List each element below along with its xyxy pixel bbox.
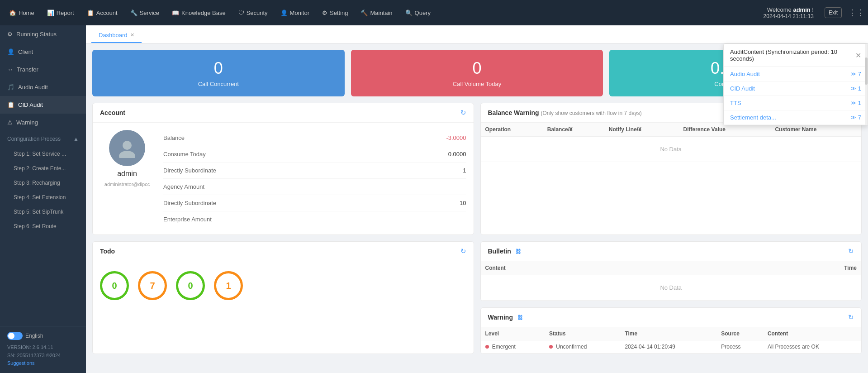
nav-setting[interactable]: ⚙ Setting	[317, 7, 353, 19]
warning-icon: ⚠	[7, 119, 13, 126]
concurrent-label: Call Concurrent	[198, 81, 239, 87]
sidebar-step-5[interactable]: Step 5: Set SipTrunk	[0, 205, 86, 219]
knowledge-icon: 📖	[172, 10, 179, 16]
audit-cid-label[interactable]: CID Audit	[730, 85, 755, 92]
col-status: Status	[545, 327, 620, 340]
nav-maintain[interactable]: 🔨 Maintain	[355, 7, 398, 19]
top-navigation: 🏠 Home 📊 Report 📋 Account 🔧 Service 📖 Kn…	[0, 0, 868, 25]
sn-text: SN: 2055112373 ©2024 Suggestions	[7, 352, 79, 368]
home-icon: 🏠	[9, 10, 16, 16]
nav-account[interactable]: 📋 Account	[81, 7, 123, 19]
warning-link-icon[interactable]: ⛓	[517, 315, 523, 321]
maintain-icon: 🔨	[360, 10, 368, 16]
avatar-email: administrator@dipcc	[104, 182, 150, 187]
avatar-area: admin administrator@dipcc	[100, 130, 154, 187]
col-time: Time	[700, 261, 861, 275]
nav-security[interactable]: 🛡 Security	[233, 7, 273, 19]
exit-button[interactable]: Exit	[825, 7, 842, 18]
field-agency-amount: Agency Amount	[163, 179, 466, 195]
status-dot	[549, 345, 553, 349]
nav-items: 🏠 Home 📊 Report 📋 Account 🔧 Service 📖 Kn…	[4, 7, 764, 19]
level-dot	[485, 345, 489, 349]
language-toggle[interactable]: English	[7, 332, 79, 340]
content-area: Dashboard ✕ 0 Call Concurrent 0 Call Vol…	[86, 25, 868, 373]
audit-audio-count: ≫ 7	[851, 71, 861, 77]
running-status-icon: ⚙	[7, 31, 13, 38]
bulletin-refresh-icon[interactable]: ↻	[848, 247, 854, 255]
audit-popup-header: AuditContent (Synchronization period: 10…	[724, 44, 868, 67]
setting-icon: ⚙	[322, 10, 327, 16]
nav-query[interactable]: 🔍 Query	[400, 7, 436, 19]
suggestions-link[interactable]: Suggestions	[7, 360, 35, 366]
warning-refresh-icon[interactable]: ↻	[848, 313, 854, 321]
account-refresh-icon[interactable]: ↻	[460, 109, 466, 117]
account-icon: 📋	[87, 10, 94, 16]
nav-report[interactable]: 📊 Report	[42, 7, 80, 19]
bulletin-table: Content Time No Data	[481, 261, 862, 301]
audit-row-tts: TTS ≫ 1	[724, 96, 868, 110]
field-balance: Balance -3.0000	[163, 130, 466, 146]
config-process-header[interactable]: Configuration Process ▲	[0, 131, 86, 147]
cid-audit-icon: 📋	[7, 101, 14, 108]
todo-title: Todo	[100, 248, 115, 255]
nav-service[interactable]: 🔧 Service	[125, 7, 165, 19]
datetime: 2024-04-14 21:11:13	[764, 13, 814, 19]
popup-scrollbar	[865, 44, 868, 125]
audit-popup-close[interactable]: ✕	[855, 51, 861, 60]
sidebar-step-2[interactable]: Step 2: Create Ente...	[0, 161, 86, 176]
circle-value-2: 0	[176, 271, 205, 300]
cid-arrow: ≫	[851, 86, 856, 91]
balance-no-data: No Data	[481, 137, 862, 162]
sidebar-item-warning[interactable]: ⚠ Warning	[0, 114, 86, 131]
sidebar-step-6[interactable]: Step 6: Set Route	[0, 219, 86, 234]
right-panels: Bulletin ⛓ ↻ Content Time	[480, 241, 862, 354]
bulletin-link-icon[interactable]: ⛓	[516, 249, 521, 255]
svg-point-0	[123, 141, 132, 150]
nav-knowledge-base[interactable]: 📖 Knowledge Base	[166, 7, 231, 19]
sidebar-item-transfer[interactable]: ↔ Transfer	[0, 61, 86, 78]
audit-tts-label[interactable]: TTS	[730, 100, 741, 106]
warning-time: 2024-04-14 01:20:49	[620, 340, 716, 354]
audit-row-audio: Audio Audit ≫ 7	[724, 67, 868, 81]
tab-close-dashboard[interactable]: ✕	[130, 32, 134, 38]
sidebar-item-client[interactable]: 👤 Client	[0, 43, 86, 61]
sidebar-step-4[interactable]: Step 4: Set Extension	[0, 190, 86, 205]
sidebar-step-1[interactable]: Step 1: Set Service ...	[0, 147, 86, 161]
field-directly-sub-2: Directly Subordinate 10	[163, 195, 466, 211]
scrollbar-thumb	[865, 57, 868, 85]
account-fields: Balance -3.0000 Consume Today 0.0000 Dir…	[163, 130, 466, 227]
audit-cid-count: ≫ 1	[851, 85, 861, 92]
col-content: Content	[481, 261, 701, 275]
sidebar-item-running-status[interactable]: ⚙ Running Status	[0, 25, 86, 43]
field-directly-sub: Directly Subordinate 1	[163, 163, 466, 179]
audit-row-settlement: Settlement deta... ≫ 7	[724, 110, 868, 125]
circle-value-1: 7	[138, 271, 167, 300]
nav-monitor[interactable]: 👤 Monitor	[275, 7, 315, 19]
concurrent-value: 0	[214, 59, 223, 78]
sidebar-step-3[interactable]: Step 3: Recharging	[0, 176, 86, 190]
todo-refresh-icon[interactable]: ↻	[460, 247, 466, 255]
nav-home[interactable]: 🏠 Home	[4, 7, 40, 19]
warning-content: All Processes are OK	[763, 340, 861, 354]
todo-circle-3: 1	[214, 271, 243, 300]
warning-source: Process	[716, 340, 763, 354]
transfer-icon: ↔	[7, 66, 13, 73]
audit-row-cid: CID Audit ≫ 1	[724, 81, 868, 96]
audit-settlement-label[interactable]: Settlement deta...	[730, 114, 776, 121]
sidebar: ⚙ Running Status 👤 Client ↔ Transfer 🎵 A…	[0, 25, 86, 373]
circle-value-0: 0	[100, 271, 129, 300]
col-notify: Notify Line/¥	[604, 123, 679, 137]
svg-point-1	[119, 151, 135, 158]
avatar	[109, 130, 145, 166]
warning-table: Level Status Time Source Content	[481, 327, 862, 354]
audit-audio-label[interactable]: Audio Audit	[730, 71, 760, 77]
grid-icon[interactable]: ⋮⋮	[848, 8, 864, 18]
sidebar-item-audio-audit[interactable]: 🎵 Audio Audit	[0, 78, 86, 96]
col-wtime: Time	[620, 327, 716, 340]
tab-dashboard[interactable]: Dashboard ✕	[91, 28, 142, 43]
language-switch[interactable]	[7, 332, 23, 340]
bulletin-panel: Bulletin ⛓ ↻ Content Time	[480, 241, 862, 301]
todo-circle-2: 0	[176, 271, 205, 300]
sidebar-item-cid-audit[interactable]: 📋 CID Audit	[0, 96, 86, 114]
warning-panel: Warning ⛓ ↻ Level Status Time	[480, 307, 862, 354]
